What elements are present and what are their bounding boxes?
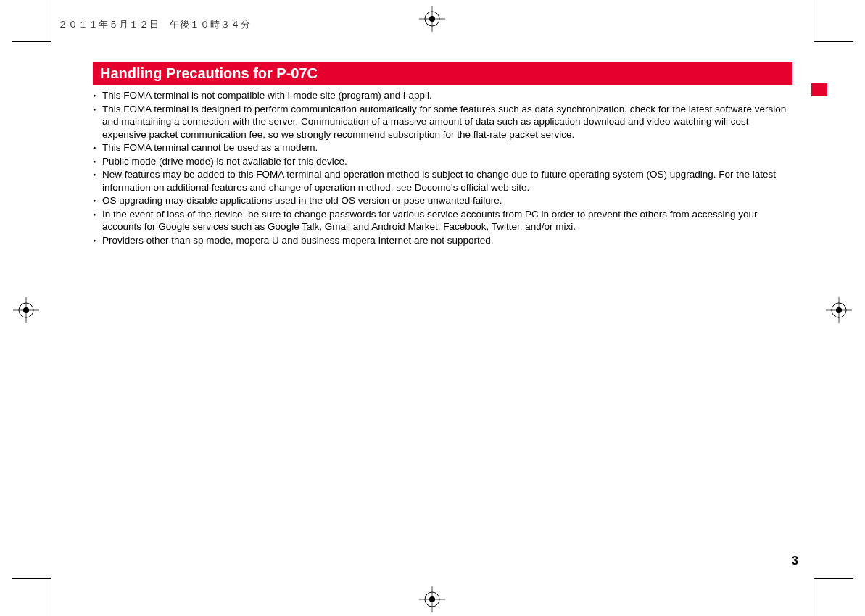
list-item: Public mode (drive mode) is not availabl… [93, 155, 792, 168]
section-tab [811, 83, 827, 96]
list-item: In the event of loss of the device, be s… [93, 208, 792, 233]
list-item: Providers other than sp mode, mopera U a… [93, 234, 792, 247]
crop-mark [51, 0, 51, 41]
list-item: This FOMA terminal is not compatible wit… [93, 89, 792, 102]
crop-mark [51, 578, 51, 616]
crop-mark [814, 0, 814, 41]
list-item: New features may be added to this FOMA t… [93, 168, 792, 193]
section-heading: Handling Precautions for P-07C [93, 62, 792, 85]
page-number: 3 [792, 554, 798, 567]
page-content: Handling Precautions for P-07C This FOMA… [93, 62, 792, 248]
crop-mark [814, 578, 814, 616]
crop-mark [12, 578, 51, 579]
list-item: This FOMA terminal cannot be used as a m… [93, 141, 792, 154]
timestamp: ２０１１年５月１２日 午後１０時３４分 [58, 18, 251, 31]
crop-mark [12, 41, 51, 42]
registration-mark-icon [419, 6, 445, 32]
crop-mark [814, 41, 853, 42]
list-item: OS upgrading may disable applications us… [93, 194, 792, 207]
list-item: This FOMA terminal is designed to perfor… [93, 103, 792, 141]
registration-mark-icon [419, 586, 445, 612]
registration-mark-icon [13, 297, 39, 323]
precautions-list: This FOMA terminal is not compatible wit… [93, 89, 792, 247]
crop-mark [814, 578, 853, 579]
registration-mark-icon [826, 297, 852, 323]
